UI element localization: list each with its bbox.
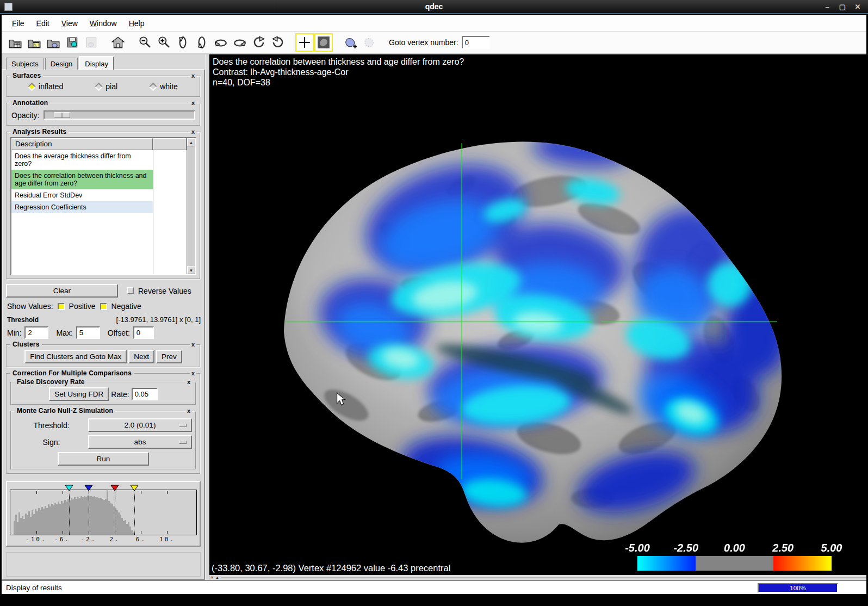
set-using-fdr-button[interactable]: Set Using FDR (49, 387, 109, 401)
prev-cluster-button[interactable]: Prev (156, 350, 182, 363)
correction-group: Correction For Multiple Comparisons x Fa… (6, 373, 201, 474)
annotation-close-icon[interactable]: x (190, 100, 196, 106)
surface-radio-pial[interactable]: pial (96, 82, 117, 91)
histogram-tick-label: 2. (109, 536, 120, 543)
clusters-close-icon[interactable]: x (190, 341, 196, 348)
tab-subjects[interactable]: Subjects (6, 58, 44, 70)
menu-view[interactable]: View (57, 17, 83, 30)
surface-radio-white[interactable]: white (150, 82, 178, 91)
load-data-table-icon[interactable] (6, 33, 24, 52)
menu-edit[interactable]: Edit (32, 17, 54, 30)
view-dof-line: n=40, DOF=38 (213, 77, 464, 88)
show-curvature-icon[interactable] (314, 33, 333, 52)
histogram-tick-label: 10. (159, 536, 175, 543)
surface-view[interactable]: Does the correlation between thickness a… (209, 54, 866, 575)
positive-label: Positive (69, 302, 96, 311)
minimize-button[interactable]: – (823, 3, 831, 11)
offset-label: Offset: (108, 329, 130, 337)
correction-title: Correction For Multiple Comparisons (10, 369, 134, 377)
reverse-values-checkbox[interactable] (127, 287, 134, 294)
rotate-up-icon[interactable] (173, 33, 192, 52)
results-scrollbar[interactable]: ▲ ▼ (187, 138, 195, 274)
show-cursor-icon[interactable] (295, 33, 314, 52)
scroll-up-icon[interactable]: ▲ (187, 138, 195, 146)
load-project-file-icon[interactable] (25, 33, 44, 52)
rate-input[interactable] (132, 388, 158, 400)
next-cluster-button[interactable]: Next (128, 350, 154, 363)
threshold-title: Threshold (7, 316, 39, 324)
close-button[interactable]: ✕ (854, 3, 861, 11)
maximize-button[interactable]: ▢ (839, 3, 846, 11)
mc-sign-dropdown[interactable]: abs (88, 435, 192, 449)
threshold-marker-icon[interactable] (65, 484, 73, 493)
menu-window[interactable]: Window (85, 17, 122, 30)
panel-splitter[interactable] (205, 54, 209, 580)
left-panel: SubjectsDesignDisplay Surfaces x inflate… (2, 54, 205, 580)
reverse-values-label: Reverse Values (138, 287, 191, 295)
positive-checkbox[interactable] (58, 303, 65, 310)
save-project-file-icon[interactable] (63, 33, 82, 52)
surfaces-close-icon[interactable]: x (190, 72, 196, 79)
threshold-marker-icon[interactable] (84, 484, 93, 493)
analysis-result-row[interactable]: Does the average thickness differ from z… (11, 150, 153, 170)
display-panel: Surfaces x inflatedpialwhite Annotation … (2, 69, 205, 580)
rotate-down-icon[interactable] (193, 33, 211, 52)
mc-threshold-dropdown[interactable]: 2.0 (0.01) (88, 418, 192, 432)
rotate-right-icon[interactable] (231, 33, 249, 52)
monte-carlo-close-icon[interactable]: x (185, 407, 192, 414)
zoom-in-icon[interactable] (154, 33, 173, 52)
strip-arrow-icon[interactable]: ▲ (215, 576, 219, 579)
opacity-label: Opacity: (11, 111, 39, 120)
view-question-line: Does the correlation between thickness a… (213, 57, 464, 67)
view-contrast-line: Contrast: lh-Avg-thickness-age-Cor (213, 67, 464, 77)
histogram-tick-label: 6. (136, 536, 146, 543)
content: SubjectsDesignDisplay Surfaces x inflate… (2, 54, 866, 580)
find-clusters-button[interactable]: Find Clusters and Goto Max (24, 350, 127, 363)
opacity-slider-handle[interactable] (54, 112, 70, 118)
view-resize-strip[interactable]: ✕ ▲ (209, 575, 866, 580)
description-column-header[interactable]: Description (11, 138, 153, 150)
clear-button[interactable]: Clear (6, 284, 118, 298)
correction-close-icon[interactable]: x (190, 370, 196, 376)
analysis-result-row[interactable]: Regression Coefficients (11, 201, 153, 213)
colorbar-label: 5.00 (821, 542, 842, 554)
analysis-result-row[interactable]: Residual Error StdDev (11, 189, 153, 201)
max-input[interactable] (76, 326, 100, 339)
progress-bar: 100% (758, 583, 838, 593)
menu-help[interactable]: Help (124, 17, 150, 30)
analysis-results-close-icon[interactable]: x (190, 128, 196, 135)
rotate-left-icon[interactable] (212, 33, 230, 52)
fdr-group: False Discovery Rate x Set Using FDR Rat… (10, 382, 196, 405)
tab-display[interactable]: Display (79, 56, 114, 70)
monte-carlo-title: Monte Carlo Null-Z Simulation (15, 407, 115, 415)
add-selection-icon[interactable] (341, 33, 359, 52)
histogram-axis: -10.-6.-2.2.6.10. (10, 536, 197, 545)
load-label-icon[interactable] (44, 33, 63, 52)
surface-radio-label: white (160, 82, 178, 91)
restore-view-icon[interactable] (109, 33, 127, 52)
menu-file[interactable]: File (7, 17, 29, 30)
surface-radio-inflated[interactable]: inflated (29, 82, 63, 91)
goto-vertex-label: Goto vertex number: (389, 38, 458, 47)
threshold-marker-icon[interactable] (110, 484, 119, 493)
inflated-brain-render[interactable] (209, 54, 866, 575)
histogram-plot[interactable] (10, 490, 197, 535)
strip-close-icon[interactable]: ✕ (210, 576, 214, 580)
fdr-close-icon[interactable]: x (185, 379, 192, 385)
opacity-slider[interactable] (44, 110, 195, 120)
rotate-ccw-icon[interactable] (250, 33, 268, 52)
surface-highlight (286, 98, 746, 427)
analysis-result-row[interactable]: Does the correlation between thickness a… (11, 170, 153, 189)
scroll-down-icon[interactable]: ▼ (187, 266, 195, 274)
run-button[interactable]: Run (58, 452, 149, 466)
tab-design[interactable]: Design (45, 58, 78, 70)
dropdown-indicator-icon (179, 424, 187, 427)
goto-vertex-input[interactable] (462, 36, 490, 49)
rotate-cw-icon[interactable] (269, 33, 287, 52)
negative-checkbox[interactable] (100, 303, 107, 310)
zoom-out-icon[interactable] (135, 33, 154, 52)
min-input[interactable] (24, 326, 48, 339)
offset-input[interactable] (133, 326, 154, 339)
colorbar-label: 0.00 (724, 542, 745, 554)
threshold-marker-icon[interactable] (130, 484, 139, 493)
